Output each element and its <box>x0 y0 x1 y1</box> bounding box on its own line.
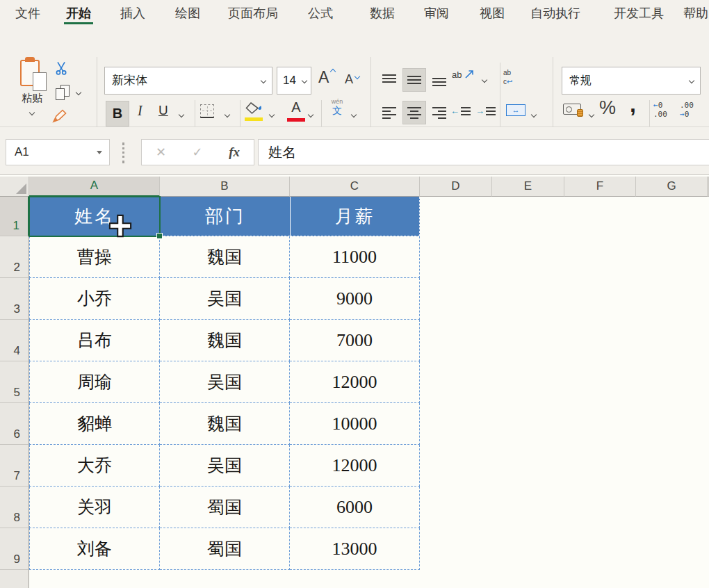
column-header-g[interactable]: G <box>636 177 708 197</box>
increase-decimal-button[interactable]: ←0 .00 <box>653 101 677 119</box>
paste-button[interactable]: 粘贴 <box>10 58 54 136</box>
borders-button[interactable] <box>200 104 214 118</box>
tab-help[interactable]: 帮助 <box>683 0 708 26</box>
borders-dropdown-chevron-icon[interactable] <box>225 112 230 117</box>
enter-icon[interactable]: ✓ <box>193 145 203 160</box>
copy-dropdown-chevron-icon[interactable] <box>76 90 81 95</box>
cancel-icon[interactable]: ✕ <box>156 145 166 160</box>
tab-automate[interactable]: 自动执行 <box>530 0 580 26</box>
cell-b1[interactable]: 部门 <box>160 197 290 236</box>
paste-dropdown-chevron-icon[interactable] <box>29 110 35 115</box>
align-right-button[interactable] <box>427 101 451 124</box>
accounting-format-button[interactable] <box>563 104 581 115</box>
italic-button[interactable]: I <box>138 103 142 119</box>
font-color-chevron-icon[interactable] <box>308 112 313 117</box>
copy-button[interactable] <box>56 85 72 101</box>
cell-a1[interactable]: 姓名 <box>29 197 160 236</box>
tab-page-layout[interactable]: 页面布局 <box>228 0 278 26</box>
select-all-corner[interactable] <box>0 177 29 197</box>
align-center-button[interactable] <box>402 101 426 124</box>
font-size-combobox[interactable]: 14 <box>277 67 311 95</box>
align-left-button[interactable] <box>377 101 401 124</box>
cell-b5[interactable]: 吴国 <box>160 361 290 403</box>
cell-c9[interactable]: 13000 <box>290 528 420 570</box>
column-header-c[interactable]: C <box>290 177 420 197</box>
decrease-decimal-button[interactable]: .00 →0 <box>680 101 703 119</box>
cell-a5[interactable]: 周瑜 <box>29 361 160 403</box>
accounting-chevron-icon[interactable] <box>589 112 594 117</box>
cell-a9[interactable]: 刘备 <box>29 528 160 570</box>
row-header-1[interactable]: 1 <box>0 197 29 236</box>
format-painter-button[interactable] <box>51 108 68 126</box>
cell-c5[interactable]: 12000 <box>290 361 420 403</box>
comma-style-button[interactable]: , <box>630 92 636 117</box>
name-box[interactable]: A1 <box>6 139 110 165</box>
tab-data[interactable]: 数据 <box>370 0 395 26</box>
phonetic-guide-button[interactable]: wén 文 <box>328 99 346 115</box>
phonetic-chevron-icon[interactable] <box>351 112 357 117</box>
row-header-7[interactable]: 7 <box>0 445 29 487</box>
cell-c6[interactable]: 10000 <box>290 403 420 445</box>
decrease-font-size-button[interactable]: A <box>345 72 353 87</box>
cell-b3[interactable]: 吴国 <box>160 278 290 320</box>
increase-font-size-button[interactable]: A <box>318 68 329 87</box>
underline-button[interactable]: U <box>158 103 168 118</box>
fill-color-chevron-icon[interactable] <box>269 112 275 117</box>
merge-center-button[interactable]: ↔ <box>506 104 525 116</box>
row-header-2[interactable]: 2 <box>0 236 29 278</box>
row-header-4[interactable]: 4 <box>0 320 29 361</box>
column-header-b[interactable]: B <box>160 177 290 197</box>
number-format-combobox[interactable]: 常规 <box>562 67 701 95</box>
align-middle-button[interactable] <box>402 68 426 92</box>
font-name-combobox[interactable]: 新宋体 <box>104 67 272 95</box>
cell-b9[interactable]: 蜀国 <box>160 528 290 570</box>
column-header-a[interactable]: A <box>29 177 160 197</box>
tab-review[interactable]: 审阅 <box>424 0 449 26</box>
cell-c2[interactable]: 11000 <box>290 236 420 278</box>
column-header-d[interactable]: D <box>420 177 492 197</box>
column-header-f[interactable]: F <box>564 177 636 197</box>
fill-color-button[interactable] <box>245 101 263 121</box>
font-color-button[interactable]: A <box>288 99 304 115</box>
cell-a8[interactable]: 关羽 <box>29 487 160 528</box>
wrap-text-button[interactable]: ab c↩ <box>503 68 512 86</box>
decrease-indent-button[interactable]: ← <box>450 106 471 116</box>
name-box-dropdown-icon[interactable] <box>97 151 102 154</box>
tab-draw[interactable]: 绘图 <box>175 0 200 26</box>
cell-a3[interactable]: 小乔 <box>29 278 160 320</box>
tab-formulas[interactable]: 公式 <box>308 0 333 26</box>
formula-bar-drag-handle[interactable] <box>122 142 124 163</box>
insert-function-icon[interactable]: fx <box>229 145 240 160</box>
cell-b8[interactable]: 蜀国 <box>160 487 290 528</box>
tab-file[interactable]: 文件 <box>15 0 40 26</box>
cell-a7[interactable]: 大乔 <box>29 445 160 487</box>
cell-c8[interactable]: 6000 <box>290 487 420 528</box>
tab-view[interactable]: 视图 <box>480 0 505 26</box>
increase-indent-button[interactable]: → <box>475 106 496 116</box>
orientation-button[interactable]: ab <box>452 70 474 80</box>
tab-home[interactable]: 开始 <box>66 0 91 26</box>
row-header-8[interactable]: 8 <box>0 487 29 528</box>
cell-b2[interactable]: 魏国 <box>160 236 290 278</box>
tab-developer[interactable]: 开发工具 <box>614 0 664 26</box>
formula-input[interactable]: 姓名 <box>258 139 709 165</box>
column-header-e[interactable]: E <box>492 177 564 197</box>
cell-b7[interactable]: 吴国 <box>160 445 290 487</box>
merge-center-chevron-icon[interactable] <box>531 112 537 117</box>
orientation-chevron-icon[interactable] <box>482 77 487 83</box>
row-header-9[interactable]: 9 <box>0 528 29 570</box>
align-bottom-button[interactable] <box>427 68 451 92</box>
bold-button[interactable]: B <box>106 101 129 126</box>
cell-c1[interactable]: 月薪 <box>290 197 420 236</box>
cell-b6[interactable]: 魏国 <box>160 403 290 445</box>
cell-a6[interactable]: 貂蝉 <box>29 403 160 445</box>
cell-c7[interactable]: 12000 <box>290 445 420 487</box>
cell-c3[interactable]: 9000 <box>290 278 420 320</box>
align-top-button[interactable] <box>377 68 401 92</box>
cell-b4[interactable]: 魏国 <box>160 320 290 361</box>
cell-a2[interactable]: 曹操 <box>29 236 160 278</box>
cell-a4[interactable]: 吕布 <box>29 320 160 361</box>
row-header-5[interactable]: 5 <box>0 361 29 403</box>
cell-c4[interactable]: 7000 <box>290 320 420 361</box>
percent-style-button[interactable]: % <box>599 97 616 119</box>
